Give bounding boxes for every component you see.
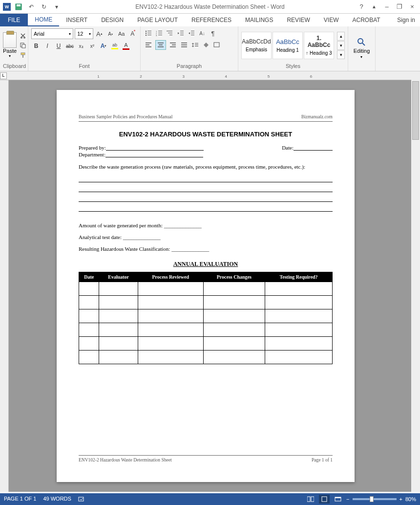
help-button[interactable]: ?	[356, 2, 367, 12]
style--heading-3[interactable]: 1. AaBbCc↑ Heading 3	[304, 32, 334, 59]
tab-mailings[interactable]: MAILINGS	[238, 14, 280, 26]
writing-lines	[79, 176, 333, 212]
highlight-color-button[interactable]: ab	[110, 41, 120, 51]
shrink-font-button[interactable]: A▾	[105, 29, 115, 39]
restore-button[interactable]: ❐	[394, 2, 405, 12]
doc-header-left: Business Sampler Policies and Procedures…	[79, 114, 172, 119]
amount-line: Amount of waste generated per month: ___…	[79, 222, 333, 228]
numbering-button[interactable]: 123	[154, 28, 164, 38]
svg-rect-44	[214, 43, 219, 47]
show-paragraph-button[interactable]: ¶	[208, 28, 218, 38]
grow-font-button[interactable]: A▴	[95, 29, 105, 39]
clear-formatting-button[interactable]: A	[127, 29, 137, 39]
tab-home[interactable]: HOME	[28, 14, 59, 26]
styles-scroll-up[interactable]: ▴	[337, 32, 345, 41]
underline-button[interactable]: U	[54, 41, 63, 51]
font-face-select[interactable]: Arial▾	[31, 28, 73, 39]
titlebar: W ↶ ↻ ▾ ENV102-2 Hazardous Waste Determi…	[0, 0, 420, 14]
bold-button[interactable]: B	[31, 41, 41, 51]
justify-button[interactable]	[179, 40, 189, 50]
line-spacing-button[interactable]	[190, 40, 200, 50]
view-web-button[interactable]	[333, 495, 343, 504]
font-group-label: Font	[31, 62, 137, 69]
view-print-button[interactable]	[319, 495, 330, 504]
date-label: Date:	[282, 145, 294, 151]
close-button[interactable]: ×	[406, 2, 418, 12]
tab-design[interactable]: DESIGN	[94, 14, 130, 26]
ribbon-collapse-button[interactable]: ▲	[368, 2, 380, 12]
shading-button[interactable]	[201, 40, 211, 50]
zoom-in-button[interactable]: +	[399, 496, 402, 502]
doc-footer-right: Page 1 of 1	[312, 458, 333, 462]
editing-menu-button[interactable]: Editing ▾	[354, 37, 370, 59]
borders-button[interactable]	[212, 40, 222, 50]
align-right-button[interactable]	[167, 40, 178, 50]
multilevel-list-button[interactable]	[165, 28, 175, 38]
document-area: L 123456 Business Sampler Policies and P…	[0, 71, 420, 492]
decrease-indent-button[interactable]	[176, 28, 186, 38]
format-painter-button[interactable]	[19, 51, 27, 60]
increase-indent-button[interactable]	[187, 28, 196, 38]
view-read-button[interactable]	[305, 495, 316, 504]
styles-scroll-down[interactable]: ▾	[337, 41, 345, 50]
cut-button[interactable]	[19, 31, 27, 40]
tab-file[interactable]: FILE	[0, 14, 28, 26]
styles-gallery[interactable]: AaBbCcDdEmphasisAaBbCcHeading 11. AaBbCc…	[241, 32, 335, 59]
svg-rect-17	[158, 33, 162, 33]
svg-rect-15	[158, 31, 162, 31]
word-app-icon: W	[3, 3, 11, 11]
tab-view[interactable]: VIEW	[317, 14, 346, 26]
paste-label: Paste	[3, 48, 17, 54]
align-center-button[interactable]	[155, 40, 166, 50]
sign-in-link[interactable]: Sign in	[392, 14, 420, 26]
minimize-button[interactable]: –	[381, 2, 393, 12]
doc-title: ENV102-2 HAZARDOUS WASTE DETERMINATION S…	[79, 131, 333, 138]
status-page[interactable]: PAGE 1 OF 1	[4, 496, 36, 503]
change-case-button[interactable]: Aa	[117, 29, 126, 39]
svg-rect-31	[146, 46, 151, 47]
font-color-button[interactable]: A	[121, 41, 131, 51]
redo-button[interactable]: ↻	[39, 2, 49, 11]
analytical-line: Analytical test date: ______________	[79, 234, 333, 240]
save-button[interactable]	[14, 2, 23, 11]
tab-insert[interactable]: INSERT	[59, 14, 94, 26]
font-size-select[interactable]: 12▾	[75, 28, 93, 39]
svg-rect-25	[180, 35, 184, 35]
italic-button[interactable]: I	[42, 41, 52, 51]
strikethrough-button[interactable]: abc	[65, 41, 75, 51]
text-effects-button[interactable]: A▾	[99, 41, 108, 51]
scroll-thumb[interactable]	[412, 81, 419, 140]
subscript-button[interactable]: x₂	[76, 41, 86, 51]
document-page[interactable]: Business Sampler Policies and Procedures…	[57, 90, 355, 482]
status-bar: PAGE 1 OF 1 49 WORDS − + 80%	[0, 493, 420, 505]
superscript-button[interactable]: x²	[87, 41, 97, 51]
zoom-level[interactable]: 80%	[405, 496, 416, 502]
style-emphasis[interactable]: AaBbCcDdEmphasis	[241, 32, 272, 59]
bullets-button[interactable]	[144, 28, 153, 38]
horizontal-ruler[interactable]: L 123456	[0, 71, 411, 80]
vertical-scrollbar[interactable]	[411, 71, 420, 492]
table-header: Evaluator	[99, 272, 138, 282]
paste-button[interactable]: Paste ▾	[3, 32, 17, 58]
group-paragraph: 123 A↓ ¶ Paragraph	[141, 26, 238, 71]
tab-page-layout[interactable]: PAGE LAYOUT	[130, 14, 185, 26]
status-words[interactable]: 49 WORDS	[43, 496, 71, 503]
tab-selector[interactable]: L	[0, 72, 7, 79]
qat-customize[interactable]: ▾	[52, 2, 62, 11]
copy-button[interactable]	[19, 41, 27, 50]
zoom-slider[interactable]	[353, 498, 397, 500]
table-row	[79, 296, 333, 309]
tab-acrobat[interactable]: ACROBAT	[345, 14, 387, 26]
svg-rect-5	[22, 44, 25, 48]
tab-references[interactable]: REFERENCES	[185, 14, 238, 26]
align-left-button[interactable]	[144, 40, 154, 50]
undo-button[interactable]: ↶	[26, 2, 36, 11]
zoom-out-button[interactable]: −	[346, 496, 349, 502]
vertical-ruler[interactable]	[0, 80, 9, 492]
style-heading-1[interactable]: AaBbCcHeading 1	[273, 32, 303, 59]
styles-expand[interactable]: ▾	[337, 50, 345, 59]
zoom-thumb[interactable]	[370, 496, 374, 502]
tab-review[interactable]: REVIEW	[280, 14, 316, 26]
status-spellcheck-icon[interactable]	[78, 496, 85, 503]
sort-button[interactable]: A↓	[197, 28, 207, 38]
